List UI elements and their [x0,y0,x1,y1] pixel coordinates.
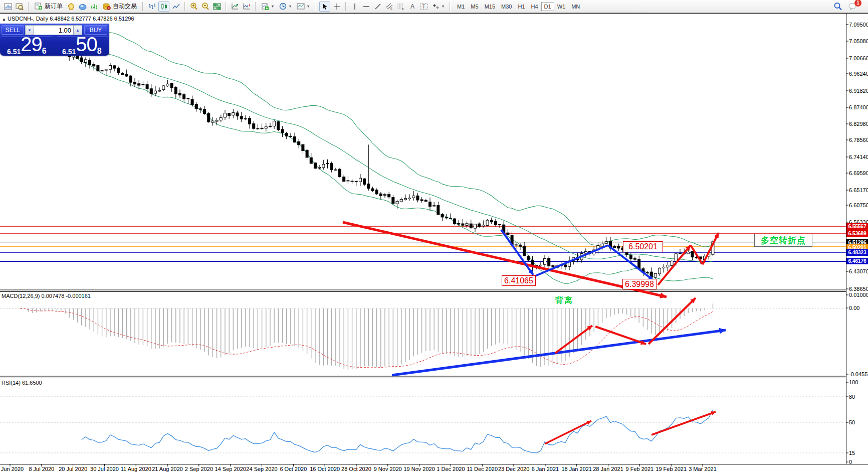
timeframe-W1[interactable]: W1 [554,2,569,11]
date-label[interactable]: 6 Jun 2020 [0,466,24,472]
chart-canvas[interactable] [0,0,868,475]
date-label[interactable]: 23 Dec 2020 [498,466,529,472]
timeframe-H4[interactable]: H4 [528,2,541,11]
date-label[interactable]: 16 Oct 2020 [310,466,340,472]
svg-text:A: A [410,3,414,10]
text-label-icon[interactable]: T [419,2,429,11]
auto-scroll-icon[interactable] [230,2,240,11]
date-label[interactable]: 19 Feb 2021 [656,466,687,472]
date-label[interactable]: 9 Feb 2021 [626,466,654,472]
date-label[interactable]: 6 Oct 2020 [280,466,307,472]
zoom-out-icon[interactable] [200,2,210,11]
zoom-in-icon[interactable] [189,2,199,11]
signals-icon[interactable] [89,2,99,11]
macd-tick[interactable]: -0.045577 [849,371,868,377]
templates-dropdown[interactable]: ▾ [295,3,311,10]
price-tick[interactable]: 6.43070 [849,268,868,274]
date-label[interactable]: 2 Sep 2020 [185,466,213,472]
new-chart-icon[interactable] [3,2,13,11]
date-label[interactable]: 21 Aug 2020 [152,466,183,472]
timeframe-H1[interactable]: H1 [515,2,528,11]
rsi-tick[interactable]: 0 [849,459,852,465]
price-tag-6.55567: 6.55567 [846,223,868,230]
date-label[interactable]: 19 Nov 2020 [403,466,435,472]
chart-shift-icon[interactable] [242,2,252,11]
search-icon[interactable] [833,2,843,11]
macd-tick[interactable]: 0.00 [849,305,859,311]
price-tick[interactable]: 6.87400 [849,104,868,110]
date-label[interactable]: 30 Jul 2020 [90,466,119,472]
indicators-dropdown[interactable]: ▾ [260,3,276,11]
timeframe-M15[interactable]: M15 [482,2,498,11]
sell-price[interactable]: 6.51 29 6 [7,38,47,56]
date-label[interactable]: 18 Jan 2021 [561,466,592,472]
mql5-community-icon[interactable] [66,2,76,11]
price-tick[interactable]: 6.69590 [849,170,868,176]
periods-dropdown[interactable]: ▾ [277,2,293,11]
price-tick[interactable]: 6.38650 [849,286,868,292]
price-tick[interactable]: 7.00660 [849,55,868,61]
tile-windows-icon[interactable] [212,2,222,11]
date-label[interactable]: 6 Jan 2021 [532,466,559,472]
turning-point-note[interactable]: 多空转折点 [754,234,812,247]
divergence-note[interactable]: 背离 [551,295,577,305]
crosshair-icon[interactable] [332,2,342,11]
price-callout-650201[interactable]: 6.50201 [623,241,663,252]
rsi-tick[interactable]: 15 [849,450,855,456]
notification-badge: 1 [854,0,861,7]
date-label[interactable]: 28 Oct 2020 [341,466,371,472]
toolbar-separator [345,2,346,11]
rsi-tick[interactable]: 100 [849,379,858,385]
shapes-dropdown[interactable]: ▾ [430,3,446,10]
trendline-icon[interactable] [373,2,383,11]
price-tick[interactable]: 7.05080 [849,38,868,44]
macd-tick[interactable]: 0.010004 [849,292,868,298]
collapse-arrow-icon[interactable]: ▲ [2,17,6,22]
price-callout-639998[interactable]: 6.39998 [622,279,657,289]
timeframe-M30[interactable]: M30 [498,2,515,11]
timeframe-MN[interactable]: MN [568,2,583,11]
price-tick[interactable]: 6.60750 [849,202,868,208]
date-label[interactable]: 8 Jul 2020 [29,466,54,472]
date-label[interactable]: 24 Sep 2020 [246,466,277,472]
price-callout-641065[interactable]: 6.41065 [502,275,536,286]
price-tick[interactable]: 6.82980 [849,121,868,127]
date-label[interactable]: 9 Nov 2020 [374,466,402,472]
line-chart-icon[interactable] [171,2,181,11]
new-order-label: 新订单 [45,2,63,11]
rsi-tick[interactable]: 50 [849,419,855,425]
timeframe-M5[interactable]: M5 [468,2,481,11]
candles-icon[interactable] [158,2,169,12]
buy-price[interactable]: 6.51 50 8 [62,38,102,56]
timeframe-D1[interactable]: D1 [541,2,554,11]
timeframe-M1[interactable]: M1 [454,2,468,11]
date-label[interactable]: 11 Aug 2020 [121,466,151,472]
date-label[interactable]: 1 Dec 2020 [437,466,465,472]
text-icon[interactable]: A [407,2,417,11]
rsi-label: RSI(14) 61.6500 [2,380,42,386]
fibonacci-icon[interactable]: F [396,2,406,11]
price-tick[interactable]: 6.96240 [849,71,868,77]
channel-icon[interactable]: E [384,2,394,11]
date-label[interactable]: 3 Mar 2021 [689,466,717,472]
price-tick[interactable]: 6.74140 [849,154,868,160]
price-tick[interactable]: 6.65170 [849,187,868,193]
price-tick[interactable]: 7.09500 [849,22,868,28]
bars-icon[interactable] [147,2,157,11]
date-label[interactable]: 14 Sep 2020 [215,466,246,472]
new-order-button[interactable]: 新订单 [33,2,65,11]
chat-icon[interactable]: 1 [848,2,858,11]
price-tick[interactable]: 6.91820 [849,88,868,94]
date-label[interactable]: 11 Dec 2020 [467,466,498,472]
cursor-icon[interactable] [319,2,330,12]
market-icon[interactable] [78,2,88,11]
price-tick[interactable]: 6.78560 [849,137,868,143]
vline-icon[interactable] [350,2,360,11]
date-label[interactable]: 20 Jul 2020 [59,466,87,472]
rsi-tick[interactable]: 80 [849,394,855,400]
profiles-icon[interactable] [15,2,25,11]
autotrading-button[interactable]: 自动交易 [101,2,139,11]
svg-text:F: F [402,8,404,10]
hline-icon[interactable] [361,2,371,11]
date-label[interactable]: 28 Jan 2021 [593,466,623,472]
